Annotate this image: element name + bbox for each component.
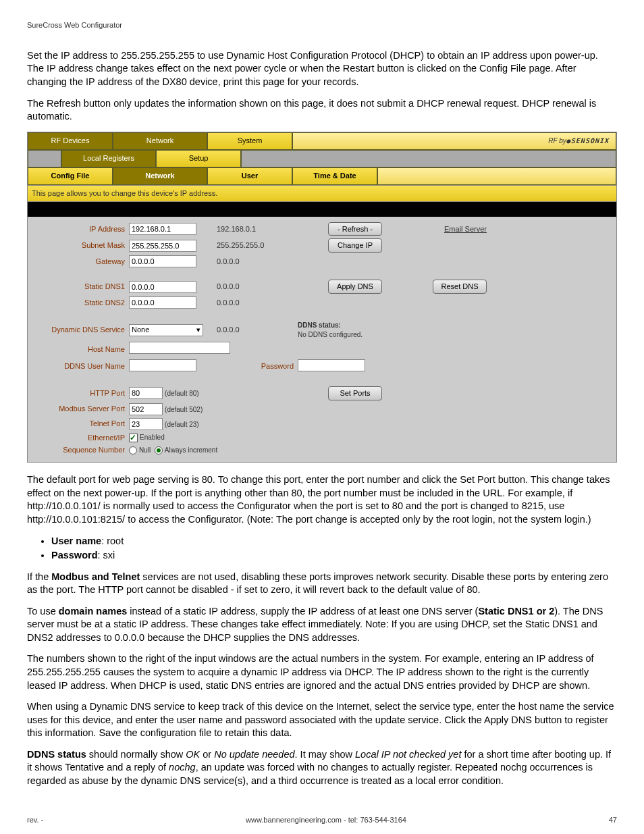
tab-setup[interactable]: Setup <box>156 150 241 167</box>
display-dns2: 0.0.0.0 <box>217 298 298 308</box>
label-ip: IP Address <box>34 224 129 234</box>
footer-rev: rev. - <box>27 815 43 825</box>
chevron-down-icon: ▾ <box>196 325 200 335</box>
input-dns2[interactable]: 0.0.0.0 <box>129 296 196 309</box>
footer-page: 47 <box>609 815 617 825</box>
label-dns1: Static DNS1 <box>34 282 129 292</box>
paragraph-modbus-telnet: If the Modbus and Telnet services are no… <box>27 571 617 597</box>
refresh-button[interactable]: - Refresh - <box>328 222 382 236</box>
black-divider <box>28 202 616 217</box>
paragraph-ddns-status: DDNS status should normally show OK or N… <box>27 748 617 788</box>
input-modbus-port[interactable]: 502 <box>129 403 163 415</box>
radio-always[interactable] <box>155 446 163 454</box>
display-ddns: 0.0.0.0 <box>217 325 298 335</box>
change-ip-button[interactable]: Change IP <box>328 238 382 253</box>
page-header-small: SureCross Web Configurator <box>27 20 617 30</box>
tab-network-sub[interactable]: Network <box>113 167 207 185</box>
label-hostname: Host Name <box>34 344 129 355</box>
input-hostname[interactable] <box>129 342 230 354</box>
label-modbus-port: Modbus Server Port <box>34 404 129 414</box>
list-item-username: User name: root <box>51 535 617 548</box>
set-ports-button[interactable]: Set Ports <box>328 386 382 400</box>
input-ddns-password[interactable] <box>298 359 365 371</box>
tab-spacer3 <box>377 167 616 185</box>
paragraph-default-port: The default port for web page serving is… <box>27 473 617 526</box>
paragraph-ip: Set the IP address to 255.255.255.255 to… <box>27 49 617 89</box>
label-ddns-password: Password <box>217 361 298 371</box>
page-footer: rev. - www.bannerengineering.com - tel: … <box>27 815 617 825</box>
label-dns2: Static DNS2 <box>34 298 129 308</box>
sequence-options: Null Always increment <box>129 446 412 455</box>
checkbox-enabled[interactable] <box>129 434 138 442</box>
label-http-port: HTTP Port <box>34 388 129 398</box>
email-server-link[interactable]: Email Server <box>412 224 487 234</box>
display-gateway: 0.0.0.0 <box>217 257 298 267</box>
input-ip[interactable]: 192.168.0.1 <box>129 223 196 235</box>
input-gateway[interactable]: 0.0.0.0 <box>129 255 196 267</box>
display-subnet: 255.255.255.0 <box>217 240 298 251</box>
input-http-port[interactable]: 80 <box>129 387 163 399</box>
ethernet-ip-enabled: Enabled <box>129 433 217 442</box>
radio-null[interactable] <box>129 446 137 454</box>
brand-label: RF by ●SENSONIX <box>292 132 616 150</box>
tab-time-date[interactable]: Time & Date <box>292 167 377 185</box>
tab-user[interactable]: User <box>207 167 292 185</box>
input-ddns-user[interactable] <box>129 359 196 371</box>
label-ddns-user: DDNS User Name <box>34 361 129 371</box>
reset-dns-button[interactable]: Reset DNS <box>433 280 487 294</box>
tab-spacer2 <box>241 150 616 167</box>
select-ddns-service[interactable]: None▾ <box>129 324 203 336</box>
label-sequence: Sequence Number <box>34 445 129 455</box>
apply-dns-button[interactable]: Apply DNS <box>328 280 382 294</box>
tab-network-top[interactable]: Network <box>113 132 207 150</box>
tab-config-file[interactable]: Config File <box>28 167 113 185</box>
tab-system[interactable]: System <box>207 132 292 150</box>
label-subnet: Subnet Mask <box>34 240 129 251</box>
page-description: This page allows you to change this devi… <box>28 185 616 202</box>
ddns-status: DDNS status:No DDNS configured. <box>298 321 487 339</box>
list-item-password: Password: sxi <box>51 549 617 563</box>
label-telnet-port: Telnet Port <box>34 419 129 429</box>
tab-rf-devices[interactable]: RF Devices <box>28 132 113 150</box>
network-form: IP Address 192.168.0.1 192.168.0.1 - Ref… <box>28 217 616 463</box>
label-gateway: Gateway <box>34 257 129 267</box>
display-ip: 192.168.0.1 <box>217 224 298 234</box>
tab-spacer <box>28 150 61 167</box>
input-subnet[interactable]: 255.255.255.0 <box>129 240 196 252</box>
input-dns1[interactable]: 0.0.0.0 <box>129 281 196 293</box>
input-telnet-port[interactable]: 23 <box>129 418 163 430</box>
paragraph-dynamic-dns: When using a Dynamic DNS service to keep… <box>27 700 617 740</box>
display-dns1: 0.0.0.0 <box>217 282 298 292</box>
paragraph-numbers: The numbers shown to the right of the in… <box>27 652 617 692</box>
label-ddns-service: Dynamic DNS Service <box>34 325 129 335</box>
label-ethernet-ip: Ethernet/IP <box>34 433 129 443</box>
footer-url: www.bannerengineering.com - tel: 763-544… <box>246 815 406 825</box>
credentials-list: User name: root Password: sxi <box>51 535 617 563</box>
paragraph-refresh: The Refresh button only updates the info… <box>27 97 617 124</box>
tab-local-registers[interactable]: Local Registers <box>61 150 156 167</box>
paragraph-domain-names: To use domain names instead of a static … <box>27 605 617 645</box>
config-screenshot: RF Devices Network System RF by ●SENSONI… <box>27 132 617 463</box>
